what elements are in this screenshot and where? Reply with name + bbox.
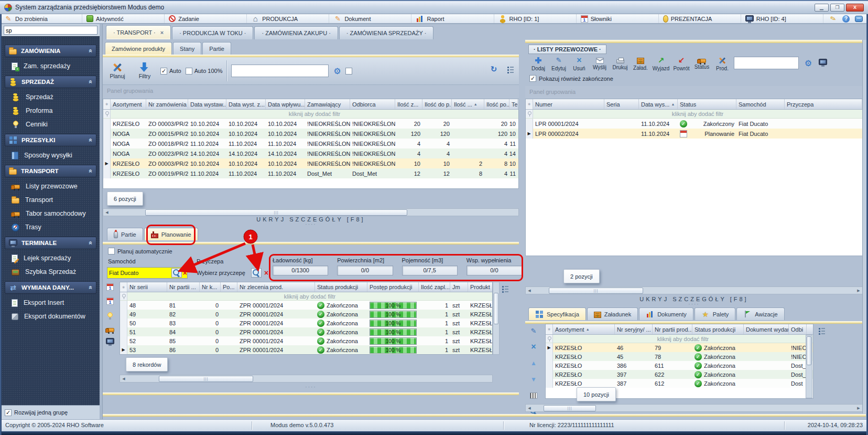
sidebar-item-eksport-insert[interactable]: Eksport Insert <box>2 296 100 310</box>
tab-zamówienia-zakupu[interactable]: · ZAMÓWIENIA ZAKUPU · <box>254 26 338 39</box>
refresh-icon[interactable] <box>490 65 498 73</box>
column-header[interactable]: Nr seryjny/ ... <box>615 324 653 334</box>
sidebar-item-sposoby-wysyłki[interactable]: Sposoby wysyłki <box>2 148 100 162</box>
sidebar-group-wymiana-dany[interactable]: WYMIANA DANY...» <box>5 281 96 294</box>
scroll-right-icon[interactable]: ▶ <box>855 287 862 294</box>
menu-item-rho-id-4[interactable]: RHO [ID: 4] <box>741 14 823 23</box>
spec-filter-row[interactable]: kliknij aby dodać filtr <box>546 335 813 343</box>
calendar-1-icon[interactable] <box>106 298 114 305</box>
orders-splitter[interactable]: UKRYJ SZCZEGÓŁY [F8]···· <box>103 216 519 227</box>
column-header[interactable]: Ilość z... <box>395 99 422 109</box>
maximize-button[interactable]: ❐ <box>830 4 844 12</box>
delete-x-icon[interactable] <box>529 343 538 351</box>
subtab-zamówione-produkty[interactable]: Zamówione produkty <box>105 42 172 55</box>
column-header[interactable]: Data wystaw... <box>188 99 226 109</box>
column-header[interactable]: Asortyment▲ <box>553 324 615 334</box>
toolbar-button-status[interactable]: Status <box>692 53 712 74</box>
spec-vscrollbar[interactable] <box>806 335 812 398</box>
toolbar-button-dodaj[interactable]: Dodaj <box>528 53 548 74</box>
spec-tab-dokumenty[interactable]: Dokumenty <box>639 307 693 320</box>
column-header[interactable]: Status <box>678 99 736 109</box>
shipping-filter-row[interactable]: kliknij aby dodać filtr <box>526 110 862 119</box>
shipping-hscrollbar[interactable]: ◀ ||| ▶ <box>525 287 863 294</box>
collapse-chevron-icon[interactable]: » <box>87 286 94 290</box>
spec-tab-załadunek[interactable]: Załadunek <box>587 307 638 320</box>
detail-splitter-dots[interactable]: ···· <box>103 385 519 389</box>
trailer-clear-icon[interactable]: × <box>264 269 268 277</box>
detail-tab-planowanie[interactable]: Planowanie <box>144 228 198 240</box>
menu-item-prezentacja[interactable]: PREZENTACJA <box>659 14 741 23</box>
collapsed-panel-strip[interactable] <box>862 40 866 413</box>
column-header[interactable]: Data wpływu... <box>266 99 305 109</box>
sidebar-item-proforma[interactable]: Proforma <box>2 104 100 118</box>
column-header[interactable]: Seria <box>604 99 639 109</box>
table-row[interactable]: KRZESŁOZO 00019/PR/2...11.10.202411.10.2… <box>103 168 518 178</box>
column-header[interactable]: Ilość do p... <box>422 99 452 109</box>
collapse-chevron-icon[interactable]: » <box>87 169 94 173</box>
collapse-chevron-icon[interactable]: » <box>87 49 94 53</box>
table-row[interactable]: 49820ZPR 00001/2024Zakończona100 %1sztKR… <box>120 310 492 319</box>
column-header[interactable]: Te <box>509 99 518 109</box>
monitor-icon[interactable] <box>819 59 827 65</box>
menu-item-słowniki[interactable]: Słowniki <box>577 14 659 23</box>
toolbar-button-usuń[interactable]: Usuń <box>569 53 589 74</box>
table-row[interactable]: 48810ZPR 00001/2024Zakończona100 %1sztKR… <box>120 301 492 310</box>
show-done-checkbox[interactable] <box>529 75 536 82</box>
sidebar-group-sprzedaż[interactable]: SPRZEDAŻ» <box>5 76 96 88</box>
vehicle-clear-icon[interactable]: × <box>183 269 187 277</box>
column-header[interactable]: Nr zlecenia prod. <box>237 282 315 292</box>
table-row[interactable]: 52850ZPR 00001/2024Zakończona100 %1sztKR… <box>120 336 492 345</box>
scroll-thumb[interactable]: ||| <box>549 288 643 294</box>
column-header[interactable]: Produkt <box>468 282 493 292</box>
sidebar-item-szybka-sprzedaż[interactable]: Szybka Sprzedaż <box>2 265 100 279</box>
toolbar-button-edytuj[interactable]: Edytuj <box>549 53 569 74</box>
arrow-up-icon[interactable] <box>529 359 538 367</box>
menu-item-aktywność[interactable]: Aktywność <box>82 14 165 23</box>
sidebar-item-sprzedaż[interactable]: Sprzedaż <box>2 90 100 104</box>
scroll-thumb[interactable]: ||| <box>544 405 596 411</box>
scroll-thumb[interactable]: ||| <box>145 209 407 216</box>
calendar-1-icon[interactable] <box>106 283 114 291</box>
orders-search-input[interactable] <box>231 65 329 77</box>
table-row[interactable]: ▶KRZESŁO4679Zakończona!NIEC <box>546 343 813 352</box>
sidebar-group-przesyłki[interactable]: PRZESYŁKI» <box>5 134 96 146</box>
scroll-left-icon[interactable]: ◀ <box>526 287 533 294</box>
column-header[interactable]: Postęp produkcji <box>367 282 419 292</box>
panel-splitter[interactable] <box>521 40 525 413</box>
column-header[interactable]: Ilość po... <box>484 99 509 109</box>
column-header[interactable]: Ilość zapl... <box>419 282 450 292</box>
sidebar-item-lejek-sprzedaży[interactable]: Lejek sprzedaży <box>2 251 100 265</box>
table-row[interactable]: KRZESŁO397622ZakończonaDost_ <box>546 370 813 379</box>
arrow-down-icon[interactable] <box>529 375 538 384</box>
menu-item-zadanie[interactable]: Zadanie <box>165 14 247 23</box>
autoplan-checkbox[interactable] <box>108 248 115 254</box>
table-row[interactable]: ▶53860ZPR 00001/2024Zakończona100 %1sztK… <box>120 345 492 354</box>
sidebar-item-transport[interactable]: Transport <box>2 193 100 207</box>
orders-hscrollbar[interactable]: ◀ ||| <box>103 208 519 216</box>
shipping-search-input[interactable] <box>734 57 799 69</box>
toolbar-button-wyjazd[interactable]: Wyjazd <box>651 53 671 74</box>
column-header[interactable]: Po... <box>221 282 237 292</box>
toolbar-button-drukuj[interactable]: Drukuj <box>610 53 630 74</box>
collapse-chevron-icon[interactable]: » <box>87 139 94 142</box>
column-chooser-icon[interactable] <box>501 284 509 293</box>
orders-filter-row[interactable]: kliknij aby dodać filtr <box>103 110 518 119</box>
column-header[interactable]: Samochód <box>736 99 785 109</box>
tab-zamówienia-sprzedaży[interactable]: · ZAMÓWIENIA SPRZEDAŻY · <box>339 26 434 39</box>
trailer-lookup-button[interactable] <box>251 268 262 278</box>
column-header[interactable]: Ilość ...▲ <box>452 99 484 109</box>
column-header[interactable]: Nr k... <box>200 282 221 292</box>
table-row[interactable]: KRZESŁO4578Zakończona!NIEC <box>546 352 813 361</box>
barcode-icon[interactable] <box>530 392 537 399</box>
table-row[interactable]: NOGAZO 00015/PR/2...10.10.202410.10.2024… <box>103 129 518 139</box>
truck-icon[interactable] <box>106 328 114 332</box>
auto-checkbox[interactable] <box>160 68 167 75</box>
sidebar-item-eksport-dokumentów[interactable]: Eksport dokumentów <box>2 310 100 323</box>
column-header[interactable]: Data wyst. z... <box>226 99 266 109</box>
bulb-icon[interactable] <box>106 312 114 320</box>
column-header[interactable]: Nr serii <box>127 282 167 292</box>
sidebar-item-cenniki[interactable]: Cenniki <box>2 118 100 131</box>
monitor-icon[interactable] <box>106 338 114 344</box>
collapse-chevron-icon[interactable]: » <box>87 241 94 245</box>
table-row[interactable]: KRZESŁO386611ZakończonaDost_ <box>546 361 813 370</box>
